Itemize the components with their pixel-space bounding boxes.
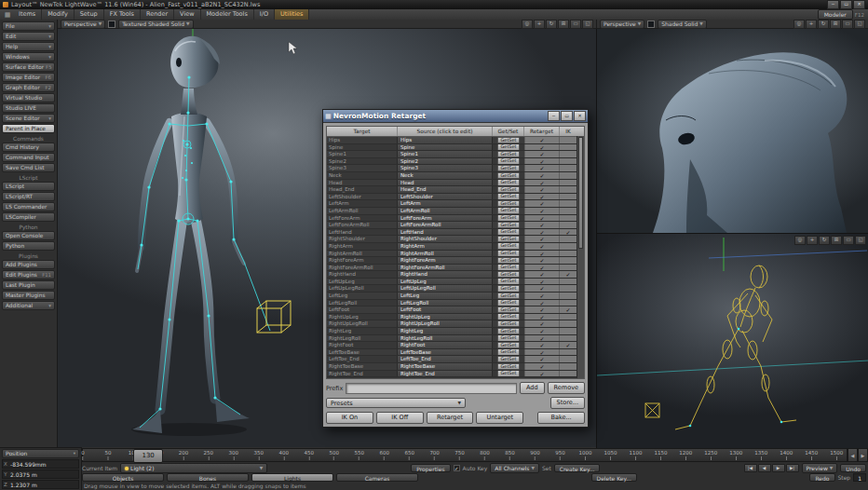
ik-checkbox[interactable] — [560, 194, 576, 200]
sidebar-item-last-plugin[interactable]: Last Plugin — [2, 280, 55, 290]
modeler-button[interactable]: Modeler — [818, 9, 853, 20]
sidebar-item-add-plugins[interactable]: Add Plugins — [2, 260, 55, 269]
getset-button[interactable]: GetSet — [497, 251, 519, 257]
sidebar-item-file[interactable]: File▾ — [2, 21, 55, 31]
source-cell[interactable]: LeftShoulder — [398, 194, 493, 200]
target-cell[interactable]: LeftArm — [327, 200, 398, 207]
undo-button[interactable]: Undo — [840, 464, 866, 472]
maximize-viewport-icon[interactable]: ◱ — [582, 20, 593, 29]
ik-checkbox[interactable] — [560, 186, 576, 193]
getset-button[interactable]: GetSet — [497, 215, 519, 222]
target-cell[interactable]: RightForeArm — [327, 257, 398, 264]
sidebar-item-parent-in-place[interactable]: Parent in Place — [2, 124, 55, 133]
source-cell[interactable]: LeftForeArmRoll — [398, 222, 493, 228]
top-right-viewport[interactable] — [596, 29, 868, 233]
sidebar-item-additional[interactable]: Additional▾ — [2, 301, 55, 310]
tab-render[interactable]: Render — [141, 9, 174, 20]
getset-button[interactable]: GetSet — [497, 285, 519, 292]
sidebar-item-open-console[interactable]: Open Console — [2, 231, 55, 240]
getset-button[interactable]: GetSet — [497, 243, 519, 250]
sidebar-item-windows[interactable]: Windows▾ — [2, 52, 55, 61]
ik-checkbox[interactable] — [560, 144, 576, 151]
retarget-checkbox[interactable]: ✓ — [524, 271, 560, 278]
timeline-scroll-right-button[interactable]: ▶ — [858, 448, 868, 462]
ik-checkbox[interactable]: ✓ — [560, 271, 576, 278]
sidebar-item-lscript[interactable]: LScript — [2, 182, 55, 191]
ik-checkbox[interactable] — [560, 349, 576, 356]
target-cell[interactable]: RightArm — [327, 243, 398, 250]
retarget-checkbox[interactable]: ✓ — [524, 293, 560, 299]
target-cell[interactable]: Hips — [327, 137, 398, 143]
presets-dropdown[interactable]: Presets ▼ — [326, 398, 466, 408]
sidebar-item-studio-live[interactable]: Studio LIVE — [2, 103, 55, 113]
dialog-minimize-button[interactable]: ─ — [548, 111, 560, 121]
preview-dropdown[interactable]: Preview ▼ — [802, 463, 838, 473]
target-cell[interactable]: RightLeg — [327, 328, 398, 334]
dialog-untarget-button[interactable]: Untarget — [476, 412, 523, 424]
retarget-checkbox[interactable]: ✓ — [524, 229, 560, 236]
source-cell[interactable]: LeftFoot — [398, 306, 493, 313]
source-cell[interactable]: LeftArmRoll — [398, 208, 493, 214]
tab-modeler-tools[interactable]: Modeler Tools — [201, 9, 254, 20]
retarget-checkbox[interactable]: ✓ — [524, 320, 560, 327]
ik-checkbox[interactable] — [560, 151, 576, 157]
target-cell[interactable]: LeftForeArmRoll — [327, 222, 398, 228]
getset-button[interactable]: GetSet — [497, 342, 519, 348]
ik-checkbox[interactable] — [560, 215, 576, 222]
source-cell[interactable]: RightShoulder — [398, 236, 493, 242]
target-cell[interactable]: Spine2 — [327, 158, 398, 165]
target-cell[interactable]: LeftUpLegRoll — [327, 285, 398, 292]
retarget-checkbox[interactable]: ✓ — [524, 215, 560, 222]
target-cell[interactable]: Head_End — [327, 186, 398, 193]
getset-button[interactable]: GetSet — [497, 265, 519, 271]
pan-icon[interactable]: + — [807, 236, 818, 245]
tab-i-o[interactable]: I/O — [254, 9, 275, 20]
target-cell[interactable]: LeftToe_End — [327, 356, 398, 362]
retarget-checkbox[interactable]: ✓ — [524, 356, 560, 362]
retarget-checkbox[interactable]: ✓ — [524, 251, 560, 257]
sidebar-item-surface-editor[interactable]: Surface EditorF5 — [2, 62, 55, 72]
getset-button[interactable]: GetSet — [497, 306, 519, 313]
prefix-input[interactable] — [346, 383, 517, 394]
retarget-checkbox[interactable]: ✓ — [524, 243, 560, 250]
right-view-mode-dropdown[interactable]: Perspective▼ — [600, 20, 644, 29]
ik-checkbox[interactable] — [560, 300, 576, 306]
tab-items[interactable]: Items — [13, 9, 42, 20]
retarget-checkbox[interactable]: ✓ — [524, 137, 560, 143]
rotate-icon[interactable]: ↻ — [546, 20, 557, 29]
minimize-viewport-icon[interactable]: ▭ — [842, 20, 853, 29]
source-cell[interactable]: Spine — [398, 144, 493, 151]
retarget-checkbox[interactable]: ✓ — [524, 342, 560, 348]
pan-icon[interactable]: + — [534, 20, 545, 29]
center-item-icon[interactable]: ◎ — [793, 20, 805, 29]
table-scrollbar[interactable] — [576, 136, 584, 378]
target-cell[interactable]: RightToe_End — [327, 371, 398, 377]
getset-button[interactable]: GetSet — [497, 257, 519, 264]
sidebar-item-ls-commander[interactable]: LS Commander — [2, 202, 55, 211]
main-view-mode-dropdown[interactable]: Perspective▼ — [61, 20, 105, 29]
ik-checkbox[interactable] — [560, 172, 576, 179]
source-cell[interactable]: RightFoot — [398, 342, 493, 348]
target-cell[interactable]: Neck — [327, 172, 398, 179]
source-cell[interactable]: RightLegRoll — [398, 335, 493, 342]
retarget-checkbox[interactable]: ✓ — [524, 158, 560, 165]
source-cell[interactable]: RightUpLeg — [398, 314, 493, 320]
rotate-icon[interactable]: ↻ — [819, 236, 830, 245]
retarget-checkbox[interactable]: ✓ — [524, 172, 560, 179]
retarget-checkbox[interactable]: ✓ — [524, 265, 560, 271]
target-cell[interactable]: RightLegRoll — [327, 335, 398, 342]
ik-checkbox[interactable] — [560, 222, 576, 228]
ik-checkbox[interactable] — [560, 165, 576, 171]
source-cell[interactable]: Neck — [398, 172, 493, 179]
target-cell[interactable]: LeftForeArm — [327, 215, 398, 222]
transport-play-button[interactable]: ▶ — [772, 464, 785, 472]
retarget-checkbox[interactable]: ✓ — [524, 335, 560, 342]
getset-button[interactable]: GetSet — [497, 363, 519, 370]
source-cell[interactable]: LeftToe_End — [398, 356, 493, 362]
ik-checkbox[interactable] — [560, 257, 576, 264]
item-type-cameras[interactable]: Cameras — [336, 473, 418, 482]
target-cell[interactable]: LeftArmRoll — [327, 208, 398, 214]
item-type-objects[interactable]: Objects — [82, 473, 164, 482]
target-cell[interactable]: RightFoot — [327, 342, 398, 348]
ik-checkbox[interactable] — [560, 236, 576, 242]
